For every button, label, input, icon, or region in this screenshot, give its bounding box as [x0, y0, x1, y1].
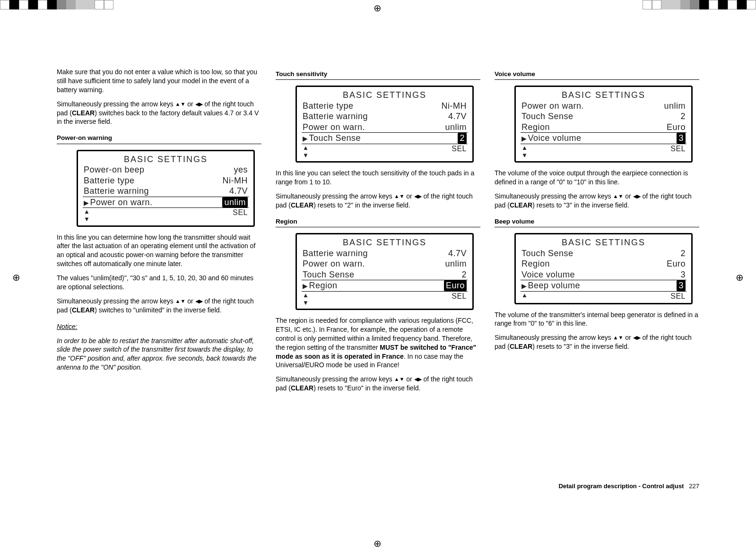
color-bar-left — [0, 0, 113, 9]
section-heading: Beep volume — [495, 217, 699, 227]
paragraph: The values "unlim(ited)", "30 s" and 1, … — [57, 274, 261, 292]
paragraph: The region is needed for compliance with… — [276, 316, 480, 370]
section-heading: Region — [276, 217, 480, 227]
paragraph: Simultaneously pressing the arrow keys ▲… — [495, 192, 699, 210]
registration-mark-icon: ⊕ — [374, 2, 382, 15]
paragraph: The volume of the voice output through t… — [495, 169, 699, 187]
lcd-region: BASIC SETTINGS Batterie warning4.7V Powe… — [295, 233, 474, 310]
column-1: Make sure that you do not enter a value … — [57, 66, 261, 486]
paragraph: Simultaneously pressing the arrow keys ▲… — [276, 375, 480, 393]
section-heading: Voice volume — [495, 70, 699, 80]
lcd-beep-volume: BASIC SETTINGS Touch Sense2 RegionEuro V… — [514, 233, 693, 304]
paragraph: Simultaneously pressing the arrow keys ▲… — [276, 192, 480, 210]
updown-icon: ▲▼ — [303, 292, 308, 307]
updown-icon: ▲▼ — [303, 144, 308, 160]
lcd-power-on-warning: BASIC SETTINGS Power-on beepyes Batterie… — [77, 150, 255, 227]
column-3: Voice volume BASIC SETTINGS Power on war… — [495, 66, 699, 486]
paragraph: Simultaneously pressing the arrow keys ▲… — [57, 100, 261, 127]
section-heading: Power-on warning — [57, 134, 261, 144]
registration-mark-icon: ⊕ — [736, 271, 744, 284]
lcd-voice-volume: BASIC SETTINGS Power on warn.unlim Touch… — [514, 86, 693, 163]
page-content: Make sure that you do not enter a value … — [57, 66, 699, 486]
updown-icon: ▲▼ — [84, 208, 89, 224]
paragraph: In this line you can select the touch se… — [276, 169, 480, 187]
column-2: Touch sensitivity BASIC SETTINGS Batteri… — [276, 66, 480, 486]
registration-mark-icon: ⊕ — [374, 537, 382, 550]
color-bar-right — [643, 0, 756, 9]
section-heading: Touch sensitivity — [276, 70, 480, 80]
updown-icon: ▲▼ — [521, 144, 527, 160]
registration-mark-icon: ⊕ — [12, 271, 20, 284]
paragraph: Make sure that you do not enter a value … — [57, 68, 261, 95]
page-footer: Detail program description - Control adj… — [558, 482, 699, 491]
paragraph: In this line you can determine how long … — [57, 233, 261, 269]
notice-label: Notice: — [57, 322, 261, 331]
paragraph: Simultaneously pressing the arrow keys ▲… — [57, 297, 261, 315]
lcd-title: BASIC SETTINGS — [83, 154, 249, 165]
up-icon: ▲ — [521, 292, 527, 301]
paragraph: Simultaneously pressing the arrow keys ▲… — [495, 333, 699, 351]
notice-body: In order to be able to restart the trans… — [57, 336, 261, 372]
paragraph: The volume of the transmitter's internal… — [495, 310, 699, 328]
lcd-touch-sensitivity: BASIC SETTINGS Batterie typeNi-MH Batter… — [295, 86, 474, 163]
